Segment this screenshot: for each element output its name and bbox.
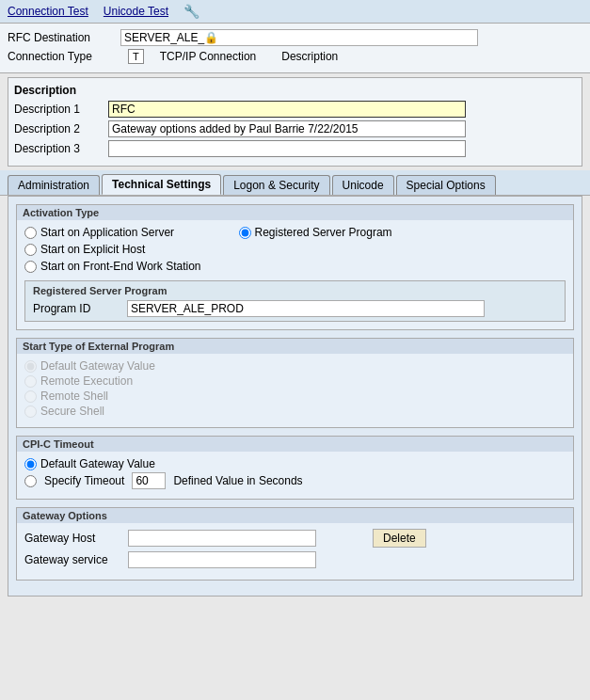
registered-server-label: Registered Server Program <box>255 226 392 239</box>
remote-exec-label: Remote Execution <box>40 374 133 388</box>
tabs-row: Administration Technical Settings Logon … <box>0 170 590 196</box>
rfc-destination-label: RFC Destination <box>8 31 120 44</box>
desc1-input[interactable] <box>108 101 466 118</box>
connection-type-label: Connection Type <box>8 50 120 63</box>
delete-button[interactable]: Delete <box>373 529 426 548</box>
gateway-host-input[interactable] <box>128 530 316 547</box>
desc2-label: Description 2 <box>14 122 108 135</box>
cpi-specify-label: Specify Timeout <box>44 474 124 487</box>
desc3-row: Description 3 <box>14 140 576 157</box>
radio-start-explicit: Start on Explicit Host <box>24 243 201 256</box>
start-frontend-label: Start on Front-End Work Station <box>40 260 201 273</box>
rfc-destination-row: RFC Destination <box>8 29 582 46</box>
start-explicit-label: Start on Explicit Host <box>40 243 145 256</box>
cpi-timeout-title: CPI-C Timeout <box>17 437 573 452</box>
program-id-row: Program ID <box>33 300 557 317</box>
cpi-specify-radio[interactable] <box>24 475 37 487</box>
desc3-label: Description 3 <box>14 142 108 155</box>
radio-remote-shell: Remote Shell <box>24 390 566 403</box>
tab-technical-settings[interactable]: Technical Settings <box>102 174 221 195</box>
desc2-row: Description 2 <box>14 120 576 137</box>
radio-start-app: Start on Application Server <box>24 226 201 239</box>
desc3-input[interactable] <box>108 140 466 157</box>
timeout-value-input[interactable] <box>132 472 166 489</box>
cpi-timeout-section: CPI-C Timeout Default Gateway Value Spec… <box>16 436 574 500</box>
desc2-input[interactable] <box>108 120 466 137</box>
registered-server-title: Registered Server Program <box>33 285 557 296</box>
activation-type-section: Activation Type Start on Application Ser… <box>16 204 574 330</box>
description-section: Description Description 1 Description 2 … <box>8 77 582 167</box>
program-id-input[interactable] <box>127 300 485 317</box>
form-area: RFC Destination Connection Type T TCP/IP… <box>0 24 590 73</box>
cpi-specify-row: Specify Timeout Defined Value in Seconds <box>24 472 566 489</box>
gateway-service-label: Gateway service <box>24 553 128 566</box>
start-type-section: Start Type of External Program Default G… <box>16 338 574 428</box>
activation-type-left: Start on Application Server Start on Exp… <box>24 226 201 275</box>
gateway-service-row: Gateway service <box>24 551 566 568</box>
activation-type-title: Activation Type <box>17 205 573 220</box>
cpi-default-gw-row: Default Gateway Value <box>24 457 566 470</box>
program-id-label: Program ID <box>33 302 127 315</box>
remote-shell-label: Remote Shell <box>40 390 108 403</box>
default-gw-label: Default Gateway Value <box>40 359 155 373</box>
timeout-desc: Defined Value in Seconds <box>173 474 302 487</box>
gateway-options-title: Gateway Options <box>17 508 573 523</box>
default-gw-radio <box>24 360 37 373</box>
gateway-host-label: Gateway Host <box>24 532 128 545</box>
activation-type-right: Registered Server Program <box>239 226 392 275</box>
tab-special-options[interactable]: Special Options <box>396 175 496 195</box>
description-field-label: Description <box>281 50 338 63</box>
radio-default-gw: Default Gateway Value <box>24 359 566 373</box>
cpi-default-gw-radio[interactable] <box>24 458 37 470</box>
start-app-label: Start on Application Server <box>40 226 174 239</box>
unicode-test-link[interactable]: Unicode Test <box>104 5 168 18</box>
tab-administration[interactable]: Administration <box>8 175 100 195</box>
gateway-options-section: Gateway Options Gateway Host Delete Gate… <box>16 507 574 581</box>
remote-shell-radio <box>24 390 37 403</box>
desc1-row: Description 1 <box>14 101 576 118</box>
tab-logon-security[interactable]: Logon & Security <box>223 175 329 195</box>
connection-type-value: TCP/IP Connection <box>157 49 260 64</box>
connection-test-link[interactable]: Connection Test <box>8 5 88 18</box>
gateway-host-row: Gateway Host Delete <box>24 529 566 548</box>
radio-start-frontend: Start on Front-End Work Station <box>24 260 201 273</box>
main-content: Activation Type Start on Application Ser… <box>8 196 582 597</box>
start-explicit-radio[interactable] <box>24 244 37 256</box>
desc1-label: Description 1 <box>14 103 108 116</box>
cpi-default-gw-label: Default Gateway Value <box>40 457 155 470</box>
tool-icon: 🔧 <box>183 4 199 19</box>
connection-type-row: Connection Type T TCP/IP Connection Desc… <box>8 49 582 64</box>
connection-type-badge: T <box>128 49 144 64</box>
start-app-radio[interactable] <box>24 227 37 239</box>
radio-registered-server: Registered Server Program <box>239 226 392 239</box>
rfc-destination-input[interactable] <box>120 29 478 46</box>
secure-shell-label: Secure Shell <box>40 405 104 418</box>
secure-shell-radio <box>24 406 37 418</box>
top-bar: Connection Test Unicode Test 🔧 <box>0 0 590 24</box>
description-section-title: Description <box>14 84 576 97</box>
registered-server-section: Registered Server Program Program ID <box>24 280 566 322</box>
gateway-service-input[interactable] <box>128 551 316 568</box>
remote-exec-radio <box>24 375 37 388</box>
tab-unicode[interactable]: Unicode <box>332 175 394 195</box>
start-type-title: Start Type of External Program <box>17 339 573 354</box>
start-frontend-radio[interactable] <box>24 261 37 273</box>
radio-remote-exec: Remote Execution <box>24 374 566 388</box>
registered-server-radio[interactable] <box>239 227 251 239</box>
radio-secure-shell: Secure Shell <box>24 405 566 418</box>
